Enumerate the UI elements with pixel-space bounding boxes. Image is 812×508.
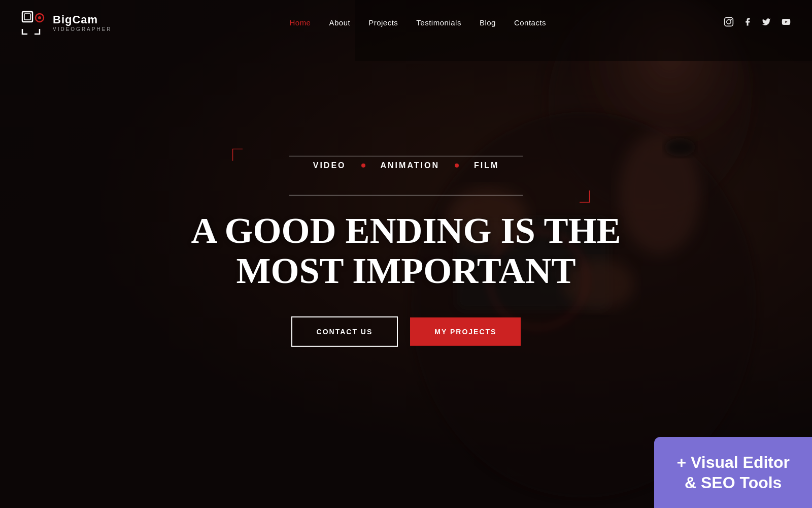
- hero-section: BigCam VIDEOGRAPHER Home About Projects …: [0, 0, 812, 508]
- logo: BigCam VIDEOGRAPHER: [20, 10, 112, 36]
- bracket-tl-icon: [232, 149, 243, 161]
- nav-link-home[interactable]: Home: [289, 18, 311, 27]
- nav-item-contacts[interactable]: Contacts: [514, 18, 546, 27]
- cta-buttons: CONTACT US MY PROJECTS: [178, 316, 634, 347]
- svg-point-17: [727, 20, 731, 24]
- social-icons: [724, 17, 792, 29]
- svg-point-15: [38, 16, 41, 19]
- service-video: VIDEO: [303, 161, 356, 170]
- badge-text: + Visual Editor & SEO Tools: [676, 452, 790, 493]
- nav-link-testimonials[interactable]: Testimonials: [416, 18, 461, 27]
- facebook-icon[interactable]: [743, 17, 752, 29]
- service-tags-wrapper: VIDEO ANIMATION FILM: [178, 161, 634, 190]
- hero-headline: A GOOD ENDING IS THE MOST IMPORTANT: [178, 211, 634, 291]
- bracket-br-icon: [580, 190, 590, 203]
- contact-us-button[interactable]: CONTACT US: [291, 316, 398, 347]
- brand-subtitle: VIDEOGRAPHER: [53, 26, 112, 32]
- logo-icon: [20, 10, 47, 36]
- badge-line2: & SEO Tools: [676, 472, 790, 493]
- brand-name: BigCam: [53, 14, 112, 26]
- logo-text: BigCam VIDEOGRAPHER: [53, 14, 112, 31]
- badge-line1: + Visual Editor: [676, 452, 790, 472]
- svg-rect-13: [24, 14, 30, 20]
- nav-item-testimonials[interactable]: Testimonials: [416, 18, 461, 27]
- deco-line-top: [289, 156, 523, 156]
- nav-link-blog[interactable]: Blog: [480, 18, 496, 27]
- nav-link-projects[interactable]: Projects: [368, 18, 398, 27]
- service-animation: ANIMATION: [370, 161, 450, 170]
- nav-item-home[interactable]: Home: [289, 18, 311, 27]
- svg-rect-12: [22, 12, 32, 22]
- nav-item-about[interactable]: About: [329, 18, 350, 27]
- hero-content: VIDEO ANIMATION FILM A GOOD ENDING IS TH…: [178, 161, 634, 347]
- service-dot-2: [455, 164, 459, 168]
- service-film: FILM: [464, 161, 509, 170]
- nav-link-contacts[interactable]: Contacts: [514, 18, 546, 27]
- deco-line-bottom: [289, 195, 523, 196]
- headline-line1: A GOOD ENDING IS THE: [191, 210, 621, 251]
- nav-item-projects[interactable]: Projects: [368, 18, 398, 27]
- visual-editor-badge[interactable]: + Visual Editor & SEO Tools: [654, 437, 812, 508]
- my-projects-button[interactable]: MY PROJECTS: [410, 318, 521, 346]
- nav-item-blog[interactable]: Blog: [480, 18, 496, 27]
- service-dot-1: [361, 164, 365, 168]
- svg-rect-16: [725, 18, 733, 26]
- svg-point-18: [730, 19, 732, 20]
- nav-links: Home About Projects Testimonials Blog Co…: [289, 18, 546, 27]
- instagram-icon[interactable]: [724, 17, 734, 29]
- navbar: BigCam VIDEOGRAPHER Home About Projects …: [0, 0, 812, 46]
- nav-link-about[interactable]: About: [329, 18, 350, 27]
- youtube-icon[interactable]: [781, 17, 792, 28]
- headline-line2: MOST IMPORTANT: [236, 250, 576, 291]
- twitter-icon[interactable]: [761, 17, 771, 28]
- service-tags: VIDEO ANIMATION FILM: [303, 161, 510, 170]
